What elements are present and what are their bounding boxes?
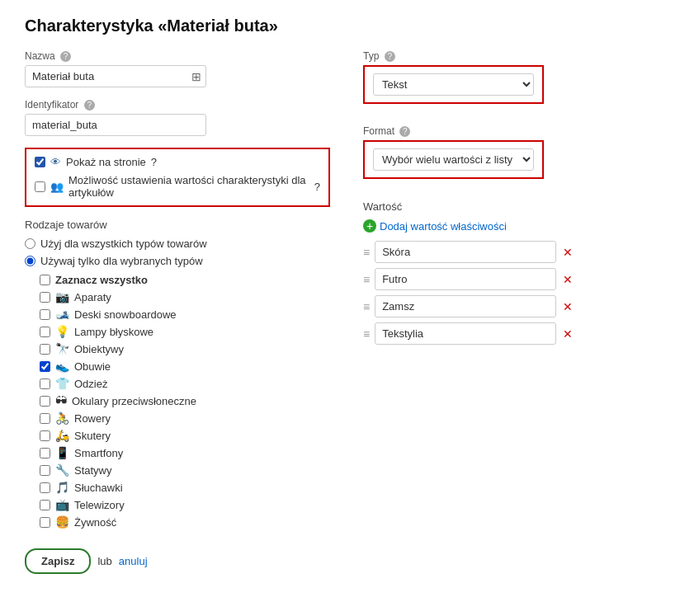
label-obiektywy: Obiektywy: [74, 343, 124, 355]
add-value-link[interactable]: + Dodaj wartość właściwości: [363, 219, 655, 233]
checkbox-smartfony[interactable]: [40, 448, 50, 458]
drag-handle-3[interactable]: ≡: [363, 327, 370, 341]
icon-lampy: 💡: [55, 325, 69, 338]
bottom-actions: Zapisz lub anuluj: [25, 548, 330, 574]
list-item-obiektywy: 🔭 Obiektywy: [40, 342, 330, 355]
checkbox-odziez[interactable]: [40, 379, 50, 389]
drag-handle-0[interactable]: ≡: [363, 246, 370, 259]
show-on-page-row: 👁 Pokaż na stronie ?: [35, 156, 320, 168]
select-all-row: Zaznacz wszystko: [40, 274, 330, 286]
format-select[interactable]: Wybór wielu wartości z listy Pole teksto…: [373, 148, 534, 171]
icon-statywy: 🔧: [55, 463, 69, 477]
checkbox-zywnosc[interactable]: [40, 517, 50, 528]
select-all-checkbox[interactable]: [40, 275, 50, 285]
type-label: Typ ?: [363, 50, 655, 62]
name-info-icon[interactable]: ?: [60, 51, 71, 62]
delete-icon-1[interactable]: ✕: [563, 273, 573, 286]
icon-okulary: 🕶: [55, 394, 67, 407]
cancel-link[interactable]: anuluj: [119, 555, 148, 567]
icon-rowery: 🚴: [55, 411, 69, 425]
value-input-3[interactable]: [375, 322, 556, 345]
allow-info-icon[interactable]: ?: [314, 181, 320, 193]
list-item-zywnosc: 🍔 Żywność: [40, 515, 330, 529]
identifier-info-icon[interactable]: ?: [84, 100, 95, 111]
checkbox-statywy[interactable]: [40, 465, 50, 476]
type-select[interactable]: Tekst Liczba Data: [373, 73, 534, 96]
list-item-obuwie: 👟 Obuwie: [40, 360, 330, 373]
label-deski: Deski snowboardowe: [74, 308, 177, 321]
icon-deski: 🎿: [55, 308, 69, 321]
identifier-input[interactable]: [25, 114, 206, 136]
show-info-icon[interactable]: ?: [151, 156, 157, 168]
value-input-2[interactable]: [375, 295, 556, 317]
delete-icon-2[interactable]: ✕: [563, 300, 573, 313]
show-on-page-checkbox[interactable]: [35, 157, 45, 167]
name-input-icon: ⊞: [191, 70, 201, 83]
values-label: Wartość: [363, 200, 655, 213]
checkbox-lampy[interactable]: [40, 327, 50, 337]
use-selected-label: Używaj tylko dla wybranych typów: [40, 255, 203, 267]
product-types-radio-group: Użyj dla wszystkich typów towarów Używaj…: [25, 237, 330, 267]
type-info-icon[interactable]: ?: [385, 51, 395, 62]
value-input-1[interactable]: [375, 268, 556, 290]
icon-obiektywy: 🔭: [55, 342, 69, 355]
name-input[interactable]: [25, 65, 206, 87]
left-column: Nazwa ? ⊞ Identyfikator ? 👁 Pokaż na str…: [25, 50, 330, 574]
allow-set-row: 👥 Możliwość ustawienia wartości charakte…: [35, 174, 320, 199]
values-section: Wartość + Dodaj wartość właściwości ≡ ✕ …: [363, 200, 655, 345]
name-label: Nazwa ?: [25, 50, 330, 62]
label-sluchawki: Słuchawki: [74, 482, 123, 494]
type-select-box: Tekst Liczba Data: [363, 65, 544, 104]
save-button[interactable]: Zapisz: [25, 548, 91, 574]
delete-icon-0[interactable]: ✕: [563, 246, 573, 259]
name-input-wrapper: ⊞: [25, 65, 206, 87]
checkbox-okulary[interactable]: [40, 396, 50, 407]
label-obuwie: Obuwie: [74, 360, 111, 373]
use-all-radio[interactable]: [25, 238, 35, 249]
use-selected-radio[interactable]: [25, 256, 35, 266]
value-input-0[interactable]: [375, 241, 556, 263]
checkbox-aparaty[interactable]: [40, 292, 50, 303]
value-row-0: ≡ ✕: [363, 241, 655, 263]
checkbox-deski[interactable]: [40, 309, 50, 320]
label-lampy: Lampy błyskowe: [74, 326, 153, 338]
drag-handle-1[interactable]: ≡: [363, 273, 370, 286]
show-on-page-label: Pokaż na stronie: [66, 156, 146, 168]
list-item-sluchawki: 🎵 Słuchawki: [40, 481, 330, 494]
identifier-field-group: Identyfikator ?: [25, 99, 330, 136]
group-icon: 👥: [50, 181, 64, 193]
checkbox-obiektywy[interactable]: [40, 344, 50, 355]
list-item-lampy: 💡 Lampy błyskowe: [40, 325, 330, 338]
label-okulary: Okulary przeciwsłoneczne: [72, 395, 196, 407]
add-icon: +: [363, 219, 376, 233]
format-info-icon[interactable]: ?: [399, 126, 410, 137]
checkbox-sluchawki[interactable]: [40, 482, 50, 493]
icon-skutery: 🛵: [55, 429, 69, 442]
icon-smartfony: 📱: [55, 446, 69, 459]
icon-telewizory: 📺: [55, 498, 69, 511]
allow-set-checkbox[interactable]: [35, 181, 45, 192]
use-all-row: Użyj dla wszystkich typów towarów: [25, 237, 330, 250]
product-types-list: Zaznacz wszystko 📷 Aparaty 🎿 Deski snowb…: [40, 274, 330, 529]
checkbox-skutery[interactable]: [40, 430, 50, 441]
checkbox-telewizory[interactable]: [40, 500, 50, 510]
allow-set-label: Możliwość ustawienia wartości charaktery…: [68, 174, 309, 199]
icon-sluchawki: 🎵: [55, 481, 69, 494]
checkbox-obuwie[interactable]: [40, 361, 50, 372]
delete-icon-3[interactable]: ✕: [563, 327, 573, 341]
use-all-label: Użyj dla wszystkich typów towarów: [40, 237, 207, 250]
format-label: Format ?: [363, 125, 655, 137]
list-item-skutery: 🛵 Skutery: [40, 429, 330, 442]
label-zywnosc: Żywność: [74, 516, 116, 529]
type-field-group: Typ ? Tekst Liczba Data: [363, 50, 655, 114]
drag-handle-2[interactable]: ≡: [363, 300, 370, 313]
label-telewizory: Telewizory: [74, 499, 125, 511]
label-smartfony: Smartfony: [74, 447, 123, 459]
options-box: 👁 Pokaż na stronie ? 👥 Możliwość ustawie…: [25, 148, 330, 207]
checkbox-rowery[interactable]: [40, 413, 50, 424]
select-all-label: Zaznacz wszystko: [55, 274, 148, 286]
add-value-label: Dodaj wartość właściwości: [380, 220, 507, 233]
label-skutery: Skutery: [74, 430, 111, 442]
label-rowery: Rowery: [74, 412, 111, 425]
name-field-group: Nazwa ? ⊞: [25, 50, 330, 87]
